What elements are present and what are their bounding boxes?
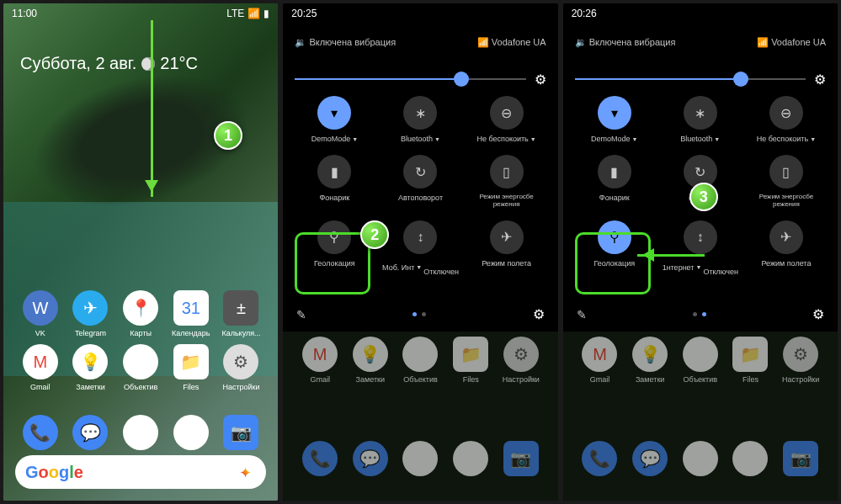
- app-icon: 📷: [783, 441, 818, 476]
- qs-tile-1нтернет[interactable]: ↕1нтернет ▼Отключен: [657, 220, 743, 276]
- brightness-slider[interactable]: ⚙: [575, 71, 826, 88]
- date-weather-widget[interactable]: Суббота, 2 авг. 21°C: [20, 54, 198, 73]
- app-label: Gmail: [590, 375, 610, 384]
- dock-app[interactable]: 📞: [23, 415, 58, 450]
- swipe-down-arrow: [151, 20, 153, 197]
- page-indicator: [693, 312, 706, 316]
- tile-label: Bluetooth ▼: [680, 135, 720, 143]
- app-Настройки[interactable]: ⚙Настройки: [775, 337, 826, 384]
- app-icon: ⚙: [223, 344, 258, 379]
- tile-icon: ▾: [317, 96, 351, 130]
- app-Files[interactable]: 📁Files: [166, 344, 216, 391]
- dock-app[interactable]: ▶: [683, 441, 718, 476]
- dock-app[interactable]: ◉: [173, 415, 209, 450]
- app-Заметки[interactable]: 💡Заметки: [625, 337, 675, 384]
- app-label: Настройки: [503, 375, 540, 384]
- tile-icon: ↻: [403, 155, 437, 188]
- carrier-label: 📶 Vodafone UA: [477, 37, 546, 48]
- temperature: 21°C: [160, 54, 198, 73]
- qs-tile-Моб. Инт[interactable]: ↕Моб. Инт ▼Отключен: [377, 220, 463, 276]
- app-label: Заметки: [76, 383, 104, 391]
- vibration-status: 🔉 Включена вибрация: [295, 37, 396, 48]
- dock-app[interactable]: 📷: [503, 441, 539, 476]
- app-icon: 💡: [353, 337, 388, 372]
- app-icon: 📍: [123, 290, 158, 326]
- dock-app[interactable]: 💬: [72, 415, 108, 450]
- app-Заметки[interactable]: 💡Заметки: [345, 337, 396, 384]
- app-Gmail[interactable]: MGmail: [15, 344, 66, 391]
- app-Объектив[interactable]: ◎Объектив: [675, 337, 726, 384]
- tile-icon: ↕: [403, 220, 437, 254]
- dock-app[interactable]: 📷: [783, 441, 818, 476]
- qs-footer: ✎ ⚙: [563, 306, 838, 322]
- app-VK[interactable]: WVK: [15, 290, 66, 337]
- dock-app[interactable]: ▶: [123, 415, 158, 450]
- tile-icon: ▾: [598, 96, 631, 130]
- app-label: Заметки: [636, 375, 664, 384]
- battery-icon: ▮: [263, 8, 269, 19]
- tile-label: Не беспокоить ▼: [476, 135, 535, 143]
- dock-app[interactable]: 📞: [582, 441, 617, 476]
- qs-tile-Не беспокоить[interactable]: ⊖Не беспокоить ▼: [743, 96, 829, 143]
- app-icon: 📁: [732, 337, 768, 372]
- brightness-slider[interactable]: ⚙: [295, 71, 546, 88]
- status-bar: 20:25: [283, 3, 557, 24]
- dock-app[interactable]: ◉: [732, 441, 768, 476]
- qs-tile-Режим энергосбе режения[interactable]: ▯Режим энергосбе режения: [743, 155, 829, 209]
- app-Карты[interactable]: 📍Карты: [115, 290, 166, 337]
- app-Настройки[interactable]: ⚙Настройки: [216, 344, 267, 391]
- app-label: Gmail: [310, 375, 330, 384]
- carrier-label: 📶 Vodafone UA: [757, 37, 826, 48]
- app-Календарь[interactable]: 31Календарь: [166, 290, 216, 337]
- clock: 20:26: [572, 8, 597, 19]
- dock-app[interactable]: 📞: [302, 441, 338, 476]
- dock-app[interactable]: 💬: [353, 441, 388, 476]
- app-Gmail[interactable]: MGmail: [295, 337, 345, 384]
- qs-tile-Автоповорот[interactable]: ↻Автоповорот: [377, 155, 463, 209]
- settings-icon[interactable]: ⚙: [533, 306, 545, 322]
- qs-tile-DemoMode[interactable]: ▾DemoMode ▼: [291, 96, 377, 143]
- qs-tile-Bluetooth[interactable]: ∗Bluetooth ▼: [657, 96, 743, 143]
- app-Заметки[interactable]: 💡Заметки: [66, 344, 116, 391]
- highlight-box: [295, 232, 370, 294]
- app-Объектив[interactable]: ◎Объектив: [396, 337, 446, 384]
- app-icon: ⚙: [783, 337, 818, 372]
- qs-tile-Режим энергосбе режения[interactable]: ▯Режим энергосбе режения: [464, 155, 550, 209]
- app-icon: 📁: [173, 344, 209, 379]
- tile-icon: ∗: [684, 96, 717, 130]
- search-bar[interactable]: Google: [15, 455, 266, 489]
- qs-tile-Bluetooth[interactable]: ∗Bluetooth ▼: [377, 96, 463, 143]
- app-label: Telegram: [75, 329, 106, 337]
- tile-icon: ✈: [490, 220, 524, 254]
- app-icon: 💬: [632, 441, 668, 476]
- dock-app[interactable]: ▶: [402, 441, 438, 476]
- edit-icon[interactable]: ✎: [577, 308, 587, 321]
- display-settings-icon[interactable]: ⚙: [814, 72, 826, 88]
- app-Gmail[interactable]: MGmail: [575, 337, 625, 384]
- dock-app[interactable]: 💬: [632, 441, 668, 476]
- settings-icon[interactable]: ⚙: [812, 306, 824, 322]
- app-Files[interactable]: 📁Files: [726, 337, 776, 384]
- qs-tile-Не беспокоить[interactable]: ⊖Не беспокоить ▼: [464, 96, 550, 143]
- app-Настройки[interactable]: ⚙Настройки: [496, 337, 546, 384]
- display-settings-icon[interactable]: ⚙: [535, 72, 546, 88]
- app-icon: 📞: [23, 415, 58, 450]
- dock-app[interactable]: 📷: [223, 415, 258, 450]
- edit-icon[interactable]: ✎: [296, 308, 306, 321]
- app-Files[interactable]: 📁Files: [445, 337, 496, 384]
- assistant-icon[interactable]: [239, 464, 256, 480]
- app-icon: 📷: [223, 415, 258, 450]
- app-label: Карты: [130, 329, 152, 337]
- qs-tile-Фонарик[interactable]: ▮Фонарик: [572, 155, 657, 209]
- app-Объектив[interactable]: ◎Объектив: [115, 344, 166, 391]
- qs-tile-DemoMode[interactable]: ▾DemoMode ▼: [572, 96, 657, 143]
- qs-header: 🔉 Включена вибрация 📶 Vodafone UA: [283, 29, 557, 56]
- dock: 📞💬▶◉📷: [3, 415, 278, 450]
- tile-label: Моб. Инт ▼Отключен: [382, 259, 459, 276]
- qs-tile-Режим полета[interactable]: ✈Режим полета: [743, 220, 829, 276]
- dock-app[interactable]: ◉: [453, 441, 488, 476]
- qs-tile-Фонарик[interactable]: ▮Фонарик: [291, 155, 377, 209]
- app-Калькуля...[interactable]: ±Калькуля...: [216, 290, 267, 337]
- qs-tile-Режим полета[interactable]: ✈Режим полета: [464, 220, 550, 276]
- app-Telegram[interactable]: ✈Telegram: [66, 290, 116, 337]
